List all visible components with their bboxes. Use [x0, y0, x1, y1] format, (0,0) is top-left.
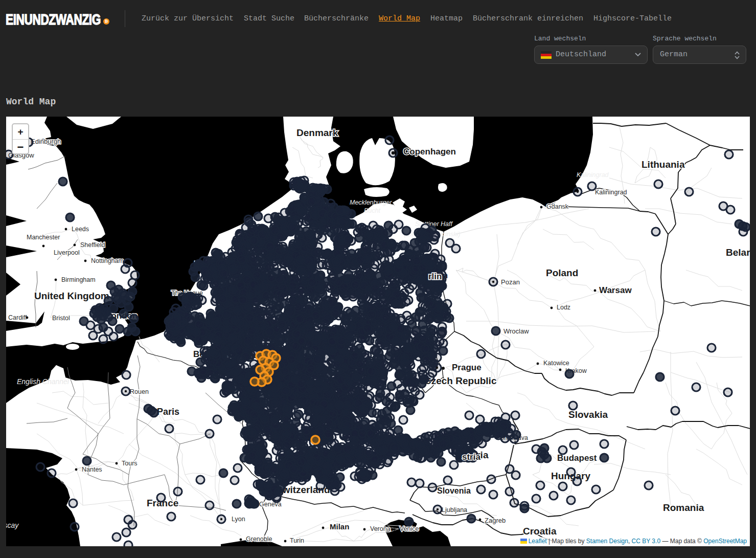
svg-text:English Channel: English Channel	[17, 377, 70, 386]
svg-text:Prague: Prague	[452, 363, 482, 372]
svg-text:Pozan: Pozan	[501, 278, 520, 286]
svg-text:Rouen: Rouen	[130, 388, 149, 395]
svg-text:Bristol: Bristol	[52, 315, 70, 322]
svg-text:Slovakia: Slovakia	[568, 409, 608, 420]
svg-text:Cardiff: Cardiff	[8, 314, 27, 321]
svg-text:Slovenia: Slovenia	[437, 486, 471, 495]
svg-text:Croatia: Croatia	[523, 526, 557, 537]
svg-text:Manchester: Manchester	[27, 234, 60, 241]
svg-text:Birmingham: Birmingham	[61, 276, 96, 283]
svg-text:Liverpool: Liverpool	[54, 249, 80, 256]
svg-text:Wroclaw: Wroclaw	[503, 327, 529, 335]
svg-text:Gdansk: Gdansk	[546, 203, 569, 210]
svg-text:Lodz: Lodz	[557, 304, 570, 311]
svg-text:Paris: Paris	[157, 407, 179, 417]
svg-text:Lyon: Lyon	[232, 516, 245, 523]
svg-text:Romania: Romania	[663, 502, 704, 513]
svg-text:Sheffield: Sheffield	[80, 241, 105, 249]
svg-text:Denmark: Denmark	[296, 127, 338, 138]
svg-text:Leeds: Leeds	[72, 226, 89, 233]
svg-text:Copenhagen: Copenhagen	[403, 147, 456, 157]
svg-text:Bucht: Bucht	[364, 207, 380, 214]
svg-text:Milan: Milan	[330, 522, 349, 531]
svg-text:Nantes: Nantes	[82, 466, 102, 473]
svg-text:Belarus: Belarus	[726, 247, 750, 258]
svg-text:Mecklenburger: Mecklenburger	[350, 199, 393, 206]
svg-text:Zagreb: Zagreb	[485, 517, 506, 524]
svg-text:Poland: Poland	[546, 267, 578, 278]
svg-text:Kaliningrad: Kaliningrad	[595, 189, 627, 196]
svg-text:Grenoble: Grenoble	[246, 535, 272, 543]
svg-text:Kaliningrad: Kaliningrad	[577, 171, 609, 178]
svg-text:Edinburgh: Edinburgh	[31, 138, 61, 145]
svg-text:rlin: rlin	[428, 272, 442, 281]
svg-text:Nottingham: Nottingham	[91, 257, 124, 264]
svg-text:United Kingdom: United Kingdom	[34, 291, 109, 301]
svg-text:Biscay: Biscay	[6, 521, 19, 529]
svg-text:Tours: Tours	[122, 460, 138, 467]
svg-text:Ljubljana: Ljubljana	[442, 506, 467, 514]
svg-text:stria: stria	[462, 452, 480, 462]
svg-text:Lithuania: Lithuania	[642, 159, 685, 170]
svg-text:Turin: Turin	[290, 537, 304, 544]
svg-text:Verona: Verona	[370, 525, 391, 532]
svg-text:Czech Republic: Czech Republic	[424, 375, 497, 386]
svg-text:Katowice: Katowice	[543, 360, 569, 367]
svg-text:Warsaw: Warsaw	[599, 285, 632, 295]
